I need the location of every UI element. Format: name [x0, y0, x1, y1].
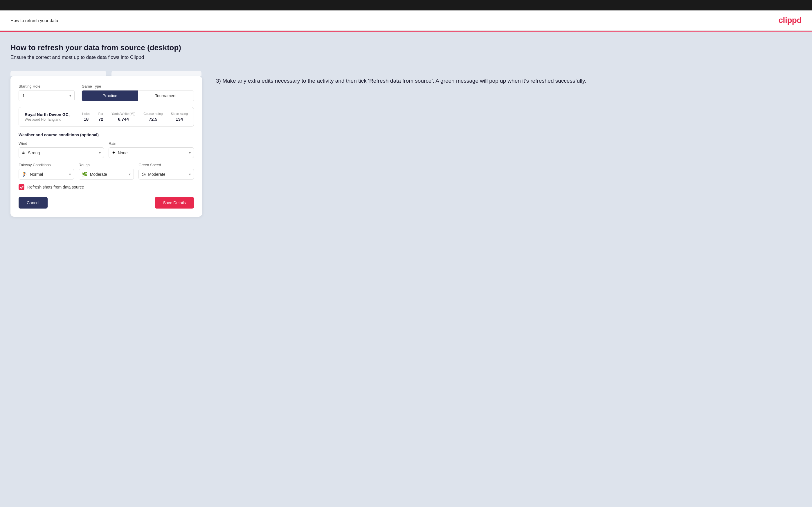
par-stat: Par 72	[98, 112, 103, 122]
course-rating-stat: Course rating 72.5	[143, 112, 163, 122]
wind-group: Wind ≋ Strong ▾	[18, 141, 104, 158]
fairway-icon: 🏌	[22, 171, 28, 177]
fairway-chevron: ▾	[69, 172, 71, 176]
rain-select[interactable]: ✦ None ▾	[109, 147, 194, 158]
cancel-button[interactable]: Cancel	[18, 197, 48, 209]
refresh-checkbox-row: Refresh shots from data source	[18, 184, 194, 190]
course-rating-value: 72.5	[149, 117, 157, 121]
page-subtitle: Ensure the correct and most up to date d…	[10, 55, 802, 60]
rough-value: Moderate	[90, 172, 129, 177]
slope-rating-value: 134	[175, 117, 183, 121]
instruction-paragraph: 3) Make any extra edits necessary to the…	[216, 76, 802, 85]
wind-label: Wind	[18, 141, 104, 146]
wind-icon: ≋	[22, 150, 26, 156]
green-speed-icon: ◎	[142, 171, 146, 177]
rough-group: Rough 🌿 Moderate ▾	[79, 163, 134, 179]
form-card: Starting Hole 1 ▾ Game Type Practice T	[10, 76, 202, 217]
course-info-box: Royal North Devon GC, Westward Ho!, Engl…	[18, 107, 194, 127]
instruction-text: 3) Make any extra edits necessary to the…	[216, 71, 802, 85]
rough-icon: 🌿	[82, 171, 88, 177]
main-content: How to refresh your data from source (de…	[0, 32, 812, 507]
wind-select[interactable]: ≋ Strong ▾	[18, 147, 104, 158]
top-bar	[0, 0, 812, 10]
rain-group: Rain ✦ None ▾	[109, 141, 194, 158]
par-value: 72	[98, 117, 103, 121]
rough-chevron: ▾	[129, 172, 131, 176]
rain-value: None	[118, 151, 189, 155]
green-speed-label: Green Speed	[139, 163, 194, 167]
green-speed-chevron: ▾	[189, 172, 191, 176]
starting-hole-row: Starting Hole 1 ▾ Game Type Practice T	[18, 84, 194, 101]
button-row: Cancel Save Details	[18, 197, 194, 209]
header: How to refresh your data clippd	[0, 10, 812, 31]
yards-label: Yards/White (M))	[111, 112, 135, 115]
refresh-checkbox[interactable]	[18, 184, 24, 190]
course-location: Westward Ho!, England	[25, 117, 70, 121]
slope-rating-label: Slope rating	[171, 112, 188, 115]
fairway-value: Normal	[30, 172, 69, 177]
yards-stat: Yards/White (M)) 6,744	[111, 112, 135, 122]
form-container: Starting Hole 1 ▾ Game Type Practice T	[10, 71, 202, 217]
save-button[interactable]: Save Details	[155, 197, 194, 209]
refresh-label: Refresh shots from data source	[27, 185, 84, 189]
fairway-rough-green-row: Fairway Conditions 🏌 Normal ▾ Rough 🌿 Mo…	[18, 163, 194, 179]
course-stats: Holes 18 Par 72 Yards/White (M)) 6,744	[82, 112, 188, 122]
rough-select[interactable]: 🌿 Moderate ▾	[79, 169, 134, 179]
rain-icon: ✦	[112, 150, 115, 156]
holes-label: Holes	[82, 112, 90, 115]
logo: clippd	[779, 16, 802, 25]
yards-value: 6,744	[118, 117, 129, 121]
holes-value: 18	[84, 117, 89, 121]
conditions-section-title: Weather and course conditions (optional)	[18, 132, 194, 137]
course-name-location: Royal North Devon GC, Westward Ho!, Engl…	[25, 112, 70, 121]
course-name: Royal North Devon GC,	[25, 112, 70, 117]
course-rating-label: Course rating	[143, 112, 163, 115]
rough-label: Rough	[79, 163, 134, 167]
wind-value: Strong	[28, 151, 99, 155]
wind-chevron: ▾	[99, 151, 101, 155]
page-title: How to refresh your data from source (de…	[10, 43, 802, 52]
practice-button[interactable]: Practice	[82, 91, 138, 101]
holes-stat: Holes 18	[82, 112, 90, 122]
game-type-label: Game Type	[82, 84, 194, 89]
starting-hole-select[interactable]: 1	[18, 90, 74, 101]
game-type-buttons: Practice Tournament	[82, 90, 194, 101]
fairway-select[interactable]: 🏌 Normal ▾	[18, 169, 74, 179]
fairway-label: Fairway Conditions	[18, 163, 74, 167]
starting-hole-group: Starting Hole 1 ▾	[18, 84, 74, 101]
green-speed-group: Green Speed ◎ Moderate ▾	[139, 163, 194, 179]
starting-hole-label: Starting Hole	[18, 84, 74, 89]
header-title: How to refresh your data	[10, 18, 58, 23]
slope-rating-stat: Slope rating 134	[171, 112, 188, 122]
starting-hole-select-wrapper: 1 ▾	[18, 90, 74, 101]
green-speed-select[interactable]: ◎ Moderate ▾	[139, 169, 194, 179]
tournament-button[interactable]: Tournament	[138, 91, 194, 101]
green-speed-value: Moderate	[148, 172, 189, 177]
game-type-group: Game Type Practice Tournament	[82, 84, 194, 101]
par-label: Par	[98, 112, 103, 115]
rain-chevron: ▾	[189, 151, 191, 155]
content-wrapper: Starting Hole 1 ▾ Game Type Practice T	[10, 71, 802, 217]
rain-label: Rain	[109, 141, 194, 146]
wind-rain-row: Wind ≋ Strong ▾ Rain ✦ None ▾	[18, 141, 194, 158]
fairway-group: Fairway Conditions 🏌 Normal ▾	[18, 163, 74, 179]
